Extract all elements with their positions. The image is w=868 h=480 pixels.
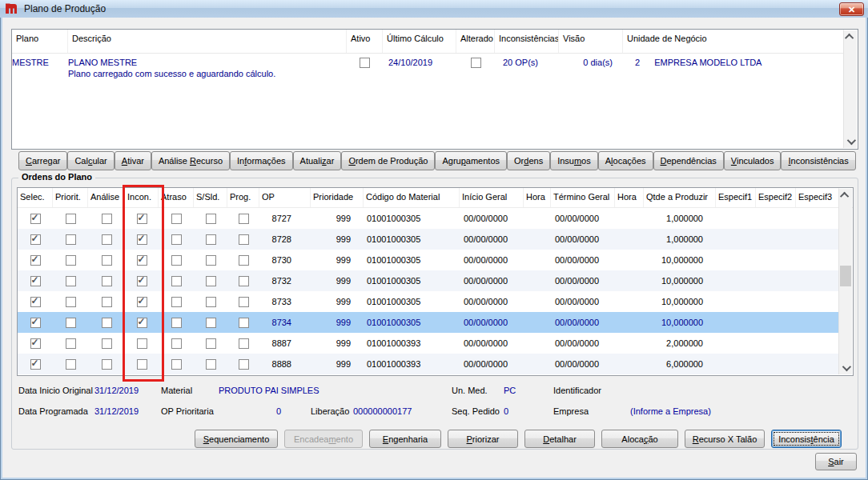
action-button-inconsistencia[interactable]: Inconsistência [771, 430, 842, 448]
checkbox-incon[interactable] [137, 318, 147, 328]
orders-column-header-qtde-a-produzir-14[interactable]: Qtde a Produzir [644, 188, 716, 207]
checkbox-atraso[interactable] [171, 359, 182, 370]
scroll-down-icon[interactable] [844, 135, 857, 148]
checkbox-prog[interactable] [239, 318, 249, 328]
checkbox-priorit[interactable] [66, 338, 76, 349]
checkbox-prog[interactable] [239, 255, 249, 266]
plans-column-header-ativo[interactable]: Ativo [347, 30, 383, 53]
checkbox-incon[interactable] [137, 255, 147, 266]
checkbox-analise[interactable] [102, 338, 112, 349]
plans-column-header-inconsistencias[interactable]: Inconsistências [495, 30, 559, 53]
checkbox-selec[interactable] [30, 214, 41, 224]
checkbox-incon[interactable] [137, 338, 147, 349]
checkbox-analise[interactable] [102, 255, 112, 266]
checkbox-ssld[interactable] [206, 359, 216, 370]
orders-column-header-termino-geral-12[interactable]: Término Geral [551, 188, 615, 207]
plans-column-header-visao[interactable]: Visão [559, 30, 623, 53]
action-button-alocacao[interactable]: Alocação [601, 430, 678, 448]
checkbox-ssld[interactable] [206, 234, 216, 245]
toolbar-button-inconsistencias[interactable]: Inconsistências [781, 151, 855, 170]
orders-column-header-atraso-4[interactable]: Atraso [159, 188, 194, 207]
close-button[interactable]: ✕ [839, 2, 864, 16]
order-row-8730[interactable]: 87309990100100030500/00/000000/00/000010… [18, 250, 839, 270]
order-row-8728[interactable]: 87289990100100030500/00/000000/00/00001,… [18, 229, 839, 250]
action-button-engenharia[interactable]: Engenharia [369, 430, 441, 448]
checkbox-prog[interactable] [239, 297, 249, 307]
order-row-8734[interactable]: 87349990100100030500/00/000000/00/000010… [18, 312, 839, 333]
order-row-8727[interactable]: 87279990100100030500/00/000000/00/00001,… [18, 208, 839, 229]
checkbox-selec[interactable] [30, 297, 41, 307]
checkbox-priorit[interactable] [66, 255, 76, 266]
checkbox-selec[interactable] [30, 318, 41, 328]
toolbar-button-ordens[interactable]: Ordens [507, 151, 550, 170]
scrollbar-thumb[interactable] [840, 266, 851, 286]
checkbox-incon[interactable] [137, 276, 147, 286]
action-button-priorizar[interactable]: Priorizar [448, 430, 518, 448]
toolbar-button-ativar[interactable]: Ativar [115, 151, 151, 170]
plans-column-header-descricao[interactable]: Descrição [68, 30, 347, 53]
toolbar-button-calcular[interactable]: Calcular [67, 151, 114, 170]
orders-column-header-especif3-17[interactable]: Especif3 [796, 188, 839, 207]
action-button-sequenciamento[interactable]: Sequenciamento [195, 430, 278, 448]
checkbox-incon[interactable] [137, 214, 147, 224]
toolbar-button-ordem-de-producao[interactable]: Ordem de Produção [341, 151, 435, 170]
checkbox-selec[interactable] [30, 255, 41, 266]
checkbox-analise[interactable] [102, 359, 112, 370]
toolbar-button-analise-recurso[interactable]: Análise Recurso [151, 151, 230, 170]
checkbox-analise[interactable] [102, 234, 112, 245]
order-row-8733[interactable]: 87339990100100030500/00/000000/00/000010… [18, 291, 839, 312]
checkbox-selec[interactable] [30, 338, 41, 349]
order-row-8732[interactable]: 87329990100100030500/00/000000/00/000010… [18, 270, 839, 291]
checkbox-priorit[interactable] [66, 359, 76, 370]
checkbox-selec[interactable] [30, 276, 41, 286]
checkbox-atraso[interactable] [171, 297, 182, 307]
checkbox-incon[interactable] [137, 297, 147, 307]
toolbar-button-carregar[interactable]: Carregar [18, 151, 67, 170]
alterado-checkbox[interactable] [471, 58, 481, 68]
checkbox-ssld[interactable] [206, 338, 216, 349]
checkbox-ssld[interactable] [206, 318, 216, 328]
orders-column-header-especif2-16[interactable]: Especif2 [756, 188, 796, 207]
orders-column-header-analise-2[interactable]: Análise [88, 188, 125, 207]
checkbox-incon[interactable] [137, 359, 147, 370]
checkbox-ssld[interactable] [206, 297, 216, 307]
checkbox-prog[interactable] [239, 214, 249, 224]
sair-button[interactable]: Sair [815, 453, 857, 470]
checkbox-ssld[interactable] [206, 214, 216, 224]
orders-column-header-codigo-do-material-9[interactable]: Código do Material [364, 188, 460, 207]
orders-column-header-hora-13[interactable]: Hora [615, 188, 644, 207]
orders-scrollbar[interactable] [838, 189, 852, 374]
order-row-8887[interactable]: 88879990100100039300/00/000000/00/00002,… [18, 333, 839, 354]
action-button-recurso-x-talao[interactable]: Recurso X Talão [685, 430, 765, 448]
toolbar-button-dependencias[interactable]: Dependências [653, 151, 724, 170]
checkbox-selec[interactable] [30, 359, 41, 370]
checkbox-atraso[interactable] [171, 276, 182, 286]
toolbar-button-vinculados[interactable]: Vinculados [724, 151, 782, 170]
orders-column-header-prioridade-8[interactable]: Prioridade [311, 188, 364, 207]
order-row-8888[interactable]: 88889990100100039300/00/000000/00/00006,… [18, 354, 839, 374]
plans-column-header-ultimo-calculo[interactable]: Último Cálculo [383, 30, 456, 53]
orders-column-header-prog-6[interactable]: Prog. [227, 188, 259, 207]
ativo-checkbox[interactable] [360, 58, 370, 68]
orders-column-header-especif1-15[interactable]: Especif1 [716, 188, 756, 207]
checkbox-atraso[interactable] [171, 318, 182, 328]
orders-column-header-inicio-geral-10[interactable]: Início Geral [460, 188, 524, 207]
checkbox-selec[interactable] [30, 234, 41, 245]
scroll-up-icon[interactable] [839, 189, 852, 202]
plans-column-header-alterado[interactable]: Alterado [456, 30, 495, 53]
toolbar-button-alocacoes[interactable]: Alocações [598, 151, 653, 170]
plan-row-mestre[interactable]: MESTRE PLANO MESTRE Plano carregado com … [12, 54, 844, 89]
plans-column-header-plano[interactable]: Plano [12, 30, 68, 53]
checkbox-ssld[interactable] [206, 276, 216, 286]
checkbox-prog[interactable] [239, 276, 249, 286]
scroll-down-icon[interactable] [839, 362, 852, 374]
checkbox-priorit[interactable] [66, 234, 76, 245]
checkbox-atraso[interactable] [171, 255, 182, 266]
toolbar-button-agrupamentos[interactable]: Agrupamentos [435, 151, 507, 170]
checkbox-atraso[interactable] [171, 338, 182, 349]
checkbox-prog[interactable] [239, 338, 249, 349]
checkbox-analise[interactable] [102, 297, 112, 307]
checkbox-priorit[interactable] [66, 276, 76, 286]
checkbox-prog[interactable] [239, 359, 249, 370]
orders-column-header-hora-11[interactable]: Hora [524, 188, 551, 207]
